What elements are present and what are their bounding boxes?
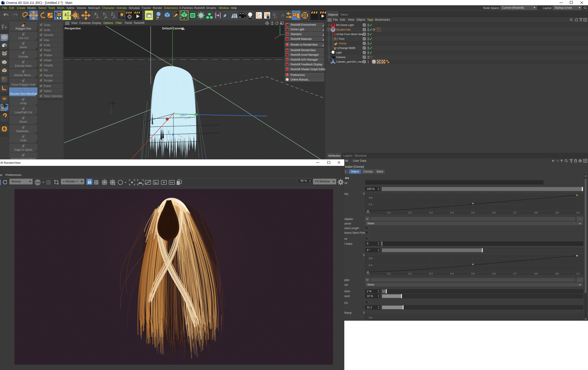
svg-text:RS Dome Light: RS Dome Light: [336, 23, 354, 27]
svg-text:Y: Y: [279, 26, 281, 29]
svg-text:0.7: 0.7: [513, 272, 517, 275]
svg-text:0.5: 0.5: [471, 272, 475, 275]
svg-text:0.6: 0.6: [492, 272, 496, 275]
svg-text:1.0: 1.0: [576, 211, 580, 214]
svg-text:0.8: 0.8: [369, 316, 372, 319]
svg-text:Cylinder_grid.001_mesh: Cylinder_grid.001_mesh: [336, 60, 364, 63]
svg-text:0.0: 0.0: [366, 272, 370, 275]
svg-text:X: X: [274, 37, 276, 40]
svg-text:0.4: 0.4: [369, 203, 372, 206]
svg-text:X: X: [94, 12, 97, 16]
svg-text:0.1: 0.1: [387, 272, 391, 275]
svg-text:0.1: 0.1: [387, 211, 391, 214]
svg-text:Hair From Mesh Strips: Hair From Mesh Strips: [339, 33, 365, 36]
svg-text:G: G: [114, 183, 116, 185]
svg-text:Camera: Camera: [336, 56, 346, 59]
svg-text:S: S: [3, 127, 6, 131]
svg-text:Ornatrix Hair: Ornatrix Hair: [336, 28, 351, 31]
svg-text:Y: Y: [103, 12, 105, 16]
svg-text:Z: Z: [111, 12, 113, 16]
svg-text:PV: PV: [170, 181, 173, 184]
svg-text:0.9: 0.9: [555, 211, 559, 214]
svg-text:0.7: 0.7: [513, 211, 517, 214]
svg-text:0.4: 0.4: [369, 264, 372, 267]
svg-text:1.0: 1.0: [576, 272, 580, 275]
svg-text:AOV: AOV: [287, 59, 289, 60]
svg-text:RGB: RGB: [35, 181, 40, 184]
svg-text:0.9: 0.9: [555, 272, 559, 275]
svg-text:0.2: 0.2: [408, 211, 412, 214]
svg-text:Change Width: Change Width: [339, 46, 355, 50]
svg-text:Frizz: Frizz: [339, 37, 345, 40]
svg-text:0.6: 0.6: [492, 211, 496, 214]
svg-text:0.8: 0.8: [369, 196, 372, 199]
svg-text:0.4: 0.4: [451, 211, 454, 214]
svg-text:0.4: 0.4: [451, 272, 454, 275]
svg-text:0.2: 0.2: [408, 272, 412, 275]
svg-text:Clump: Clump: [339, 42, 346, 45]
svg-text:0.8: 0.8: [534, 211, 538, 214]
svg-text:0.5: 0.5: [471, 211, 475, 214]
svg-text:0.3: 0.3: [429, 211, 433, 214]
svg-text:0.0: 0.0: [366, 211, 370, 214]
svg-text:0.8: 0.8: [534, 272, 538, 275]
svg-text:0.3: 0.3: [429, 272, 433, 275]
svg-text:0.8: 0.8: [369, 257, 372, 260]
svg-text:Light: Light: [336, 51, 342, 54]
